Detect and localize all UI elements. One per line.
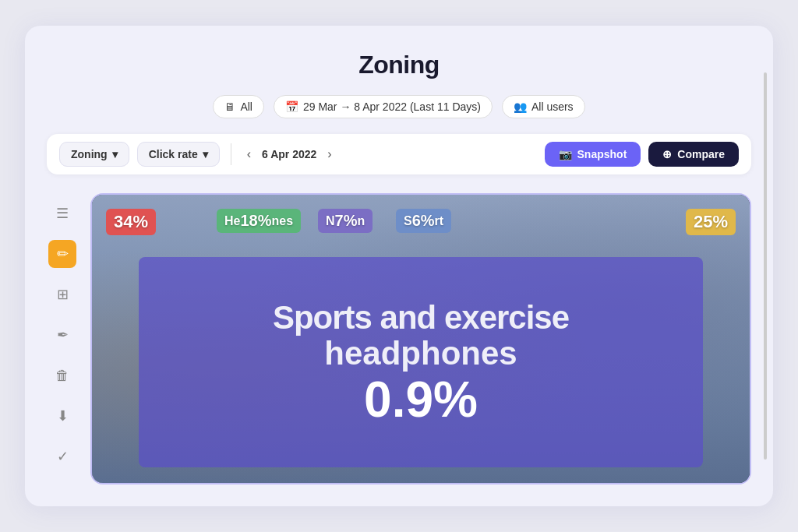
sidebar-eraser-icon[interactable]: 🗑 xyxy=(48,361,76,389)
sidebar-grid-icon[interactable]: ⊞ xyxy=(48,280,76,308)
chevron-down-icon: ▾ xyxy=(112,148,118,160)
prev-date-button[interactable]: ‹ xyxy=(242,146,256,163)
sidebar: ☰ ✏ ⊞ ✒ 🗑 ⬇ ✓ xyxy=(47,193,78,470)
date-filter[interactable]: 📅 29 Mar → 8 Apr 2022 (Last 11 Days) xyxy=(274,95,493,118)
heatmap-container: 34% He18%nes N7%n S6%rt 25% Sports and e… xyxy=(90,193,751,484)
plus-circle-icon: ⊕ xyxy=(662,148,672,160)
filter-bar: 🖥 All 📅 29 Mar → 8 Apr 2022 (Last 11 Day… xyxy=(47,95,751,118)
date-navigator: ‹ 6 Apr 2022 › xyxy=(242,146,337,163)
main-card: Zoning 🖥 All 📅 29 Mar → 8 Apr 2022 (Last… xyxy=(25,26,773,506)
calendar-icon: 📅 xyxy=(285,100,298,113)
device-filter-label: All xyxy=(240,100,252,113)
next-date-button[interactable]: › xyxy=(323,146,336,163)
users-filter-label: All users xyxy=(531,100,574,113)
compare-label: Compare xyxy=(677,148,725,160)
monitor-icon: 🖥 xyxy=(224,100,235,113)
zone-badge-34: 34% xyxy=(106,209,156,235)
snapshot-label: Snapshot xyxy=(577,148,627,160)
users-filter[interactable]: 👥 All users xyxy=(502,95,585,118)
zone-badge-18: He18%nes xyxy=(217,209,301,233)
zoning-button[interactable]: Zoning ▾ xyxy=(59,142,129,167)
sidebar-list-icon[interactable]: ☰ xyxy=(48,199,76,227)
zone-badge-7: N7%n xyxy=(318,209,373,233)
snapshot-button[interactable]: 📷 Snapshot xyxy=(545,142,641,167)
chevron-down-icon-2: ▾ xyxy=(203,148,208,160)
click-rate-button[interactable]: Click rate ▾ xyxy=(137,142,220,167)
overlay-percentage: 0.9% xyxy=(364,375,478,425)
overlay-title-line2: headphones xyxy=(324,336,517,372)
sidebar-check-icon[interactable]: ✓ xyxy=(48,442,76,470)
center-overlay: Sports and exercise headphones 0.9% xyxy=(139,257,703,467)
zoning-label: Zoning xyxy=(71,148,108,160)
heatmap-image: 34% He18%nes N7%n S6%rt 25% Sports and e… xyxy=(92,195,750,483)
current-date: 6 Apr 2022 xyxy=(262,148,316,160)
zone-badge-25: 25% xyxy=(686,209,736,235)
device-filter[interactable]: 🖥 All xyxy=(213,95,264,118)
overlay-title-line1: Sports and exercise xyxy=(273,300,569,336)
page-title: Zoning xyxy=(47,51,751,79)
camera-icon: 📷 xyxy=(559,148,572,160)
click-rate-label: Click rate xyxy=(149,148,198,160)
compare-button[interactable]: ⊕ Compare xyxy=(648,142,739,167)
sidebar-pen-icon[interactable]: ✒ xyxy=(48,321,76,349)
sidebar-edit-icon[interactable]: ✏ xyxy=(48,240,76,268)
main-area: ☰ ✏ ⊞ ✒ 🗑 ⬇ ✓ 34% He18%nes N7%n S6%rt 25… xyxy=(47,193,751,484)
zone-badge-6: S6%rt xyxy=(396,209,451,233)
date-filter-label: 29 Mar → 8 Apr 2022 (Last 11 Days) xyxy=(303,100,481,113)
divider xyxy=(231,143,231,165)
toolbar: Zoning ▾ Click rate ▾ ‹ 6 Apr 2022 › 📷 S… xyxy=(47,134,751,174)
users-icon: 👥 xyxy=(514,100,527,113)
sidebar-download-icon[interactable]: ⬇ xyxy=(48,402,76,430)
